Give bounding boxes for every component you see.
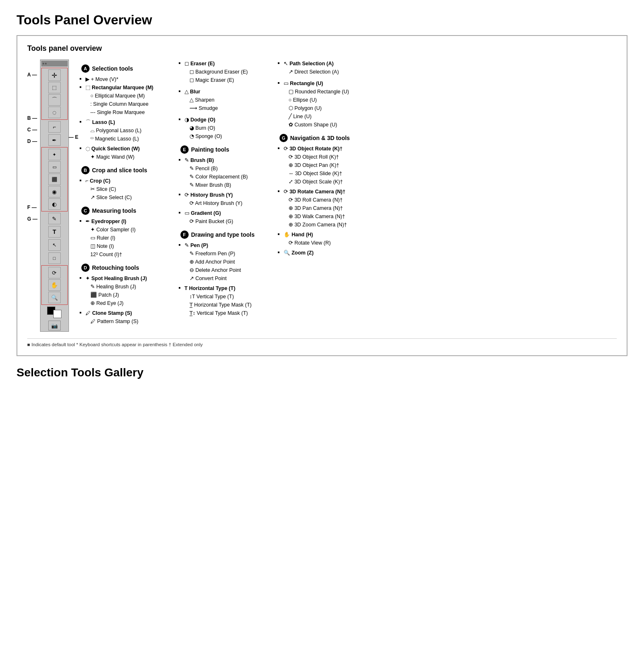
tool-rounded-rect: ▢ Rounded Rectangle (U): [279, 88, 387, 96]
tool-healing[interactable]: ✦: [48, 149, 61, 160]
box-title: Tools panel overview: [27, 44, 617, 53]
circle-F: F: [180, 231, 189, 239]
circle-D: D: [81, 264, 90, 272]
eraser-list: ◻ Eraser (E) ◻ Background Eraser (E) ◻ M…: [180, 59, 271, 84]
tool-art-history: ⟳ Art History Brush (Y): [180, 199, 271, 207]
tool-color-sampler: ✦ Color Sampler (I): [81, 226, 172, 234]
tool-path[interactable]: ↖: [48, 239, 61, 251]
section-eraser: ◻ Eraser (E) ◻ Background Eraser (E) ◻ M…: [180, 59, 271, 84]
section-E-label: Painting tools: [191, 146, 230, 153]
tool-quick-select[interactable]: ◌: [48, 107, 61, 118]
tool-eyedropper[interactable]: ✒: [48, 134, 61, 146]
label-b: B —: [27, 115, 38, 127]
tool-3d-rotate: ⟳ 3D Object Rotate (K)†: [279, 145, 387, 153]
tool-color-replace: ✎ Color Replacement (B): [180, 173, 271, 181]
tool-path-sel: ↖ Path Selection (A): [279, 59, 387, 68]
section-D: D Retouching tools ✦ Spot Healing Brush …: [81, 264, 172, 326]
section-B: B Crop and slice tools ⌐ Crop (C) ✂ Slic…: [81, 166, 172, 202]
tool-pen[interactable]: ✎: [48, 213, 61, 224]
tool-marquee[interactable]: ⬚: [48, 82, 61, 93]
col-1: A Selection tools ▶︎ + Move (V)* ⬚ Recta…: [77, 59, 176, 332]
tool-freeform-pen: ✎ Freeform Pen (P): [180, 250, 271, 258]
tool-ellipse: ○ Ellipse (U): [279, 96, 387, 104]
tool-smudge: ⟿ Smudge: [180, 104, 271, 112]
section-painting: E Painting tools ✎ Brush (B) ✎ Pencil (B…: [180, 145, 271, 226]
tool-patch: ⬛ Patch (J): [81, 291, 172, 299]
section-dodge: ◑ Dodge (O) ◕ Burn (O) ◔ Sponge (O): [180, 116, 271, 140]
section-F-label: Drawing and type tools: [191, 231, 255, 238]
section-F-title: F Drawing and type tools: [180, 231, 271, 239]
footer-note: ■ Indicates default tool * Keyboard shor…: [27, 338, 617, 347]
tool-crop: ⌐ Crop (C): [81, 177, 172, 185]
drawing-list: ✎ Pen (P) ✎ Freeform Pen (P) ⊕ Add Ancho…: [180, 241, 271, 317]
nav-3d-list: ⟳ 3D Object Rotate (K)† ⟳ 3D Object Roll…: [279, 145, 387, 257]
section-A-label: Selection tools: [92, 65, 133, 72]
tool-row-marquee: --- Single Row Marquee: [81, 108, 172, 117]
dodge-list: ◑ Dodge (O) ◕ Burn (O) ◔ Sponge (O): [180, 116, 271, 140]
col-2: ◻ Eraser (E) ◻ Background Eraser (E) ◻ M…: [176, 59, 275, 332]
section-G-label: Navigation & 3D tools: [290, 135, 350, 141]
content-area: A — B — C — D — F — G — ✛: [27, 59, 617, 332]
tool-dodge[interactable]: ◐: [48, 198, 61, 210]
tool-3d-cam-zoom: ⊕ 3D Zoom Camera (N)†: [279, 221, 387, 229]
tool-camera[interactable]: 📷: [48, 321, 61, 330]
shapes-list: ▭ Rectangle (U) ▢ Rounded Rectangle (U) …: [279, 79, 387, 129]
tool-3d-slide: ↔ 3D Object Slide (K)†: [279, 169, 387, 178]
tool-hand[interactable]: ✋: [48, 279, 61, 291]
tool-vert-type-mask: T̲↕ Vertical Type Mask (T): [180, 309, 271, 317]
tool-col-marquee: : Single Column Marquee: [81, 100, 172, 108]
tool-move[interactable]: ✛: [48, 69, 61, 81]
tool-3d-scale: ⤢ 3D Object Scale (K)†: [279, 178, 387, 186]
section-E-title: E Painting tools: [180, 145, 271, 154]
tool-eraser[interactable]: ▭: [48, 161, 61, 173]
tool-brush: ✎ Brush (B): [180, 156, 271, 164]
tool-mag-lasso: ⌔ Magnetic Lasso (L): [81, 135, 172, 143]
tool-note: ◫ Note (I): [81, 242, 172, 250]
tool-rotate-view: ⟳ Rotate View (R): [279, 239, 387, 247]
tool-sharpen: △ Sharpen: [180, 96, 271, 104]
circle-E: E: [180, 145, 189, 154]
section-B-title: B Crop and slice tools: [81, 166, 172, 174]
section-drawing: F Drawing and type tools ✎ Pen (P) ✎ Fre…: [180, 231, 271, 317]
tool-crop[interactable]: ⌐: [48, 121, 61, 133]
tool-horiz-type-mask: T̲ Horizontal Type Mask (T): [180, 301, 271, 309]
background-color[interactable]: [53, 310, 62, 318]
tool-zoom-main: 🔍 Zoom (Z): [279, 249, 387, 257]
path-sel-list: ↖ Path Selection (A) ↗ Direct Selection …: [279, 59, 387, 76]
circle-C: C: [81, 207, 90, 215]
tool-zoom[interactable]: 🔍: [48, 292, 61, 303]
tools-panel: ✛ ⬚ ⌒ ◌ ⌐ ✒: [40, 59, 69, 332]
tool-stamp[interactable]: ⬛: [48, 174, 61, 185]
tool-3d-pan: ⊕ 3D Object Pan (K)†: [279, 161, 387, 169]
tool-eraser-main: ◻ Eraser (E): [180, 59, 271, 68]
tool-lasso: ⌒ Lasso (L): [81, 118, 172, 126]
tool-mixer-brush: ✎ Mixer Brush (B): [180, 181, 271, 189]
section-D-label: Retouching tools: [92, 264, 139, 271]
tool-lasso[interactable]: ⌒: [48, 94, 61, 106]
tool-type[interactable]: T: [48, 226, 61, 238]
col-3: ↖ Path Selection (A) ↗ Direct Selection …: [275, 59, 391, 332]
tool-burn: ◕ Burn (O): [180, 124, 271, 132]
tool-add-anchor: ⊕ Add Anchor Point: [180, 258, 271, 266]
blur-list: △ Blur △ Sharpen ⟿ Smudge: [180, 88, 271, 112]
section-G-title: G Navigation & 3D tools: [279, 134, 387, 142]
tool-3d[interactable]: ⟳: [48, 267, 61, 278]
circle-G: G: [279, 134, 288, 142]
section-B-label: Crop and slice tools: [92, 167, 147, 174]
tool-3d-cam-walk: ⊕ 3D Walk Camera (N)†: [279, 212, 387, 221]
section-shapes: ▭ Rectangle (U) ▢ Rounded Rectangle (U) …: [279, 79, 387, 129]
tool-move: ▶︎ + Move (V)*: [81, 75, 172, 83]
tool-rect-shape[interactable]: □: [48, 252, 61, 264]
tool-vert-type: ↕T Vertical Type (T): [180, 292, 271, 301]
gallery-title: Selection Tools Gallery: [17, 366, 627, 379]
tool-ruler: ▭ Ruler (I): [81, 234, 172, 242]
section-A-list: ▶︎ + Move (V)* ⬚ Rectangular Marquee (M)…: [81, 75, 172, 161]
label-f: F —: [27, 204, 38, 216]
tool-3d-cam-rotate: ⟳ 3D Rotate Camera (N)†: [279, 188, 387, 196]
tool-pen-main: ✎ Pen (P): [180, 241, 271, 250]
tool-custom-shape: ✿ Custom Shape (U): [279, 121, 387, 129]
tool-blur[interactable]: ◉: [48, 186, 61, 197]
section-A: A Selection tools ▶︎ + Move (V)* ⬚ Recta…: [81, 64, 172, 161]
tool-polygon: ⬡ Polygon (U): [279, 104, 387, 112]
tool-eyedropper: ✒ Eyedropper (I): [81, 217, 172, 226]
